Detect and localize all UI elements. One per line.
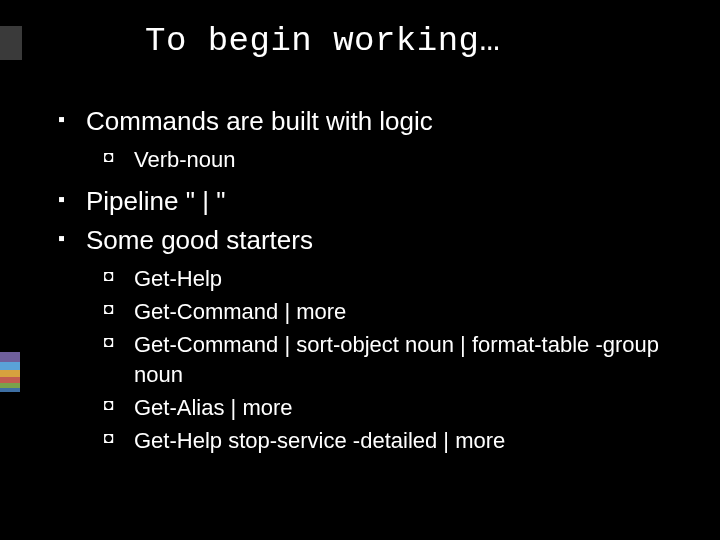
bullet-text: Commands are built with logic [86,106,433,136]
accent-stripe [0,352,20,362]
accent-bar-top [0,26,22,60]
bullet-text: Get-Help stop-service -detailed | more [134,428,505,453]
list-item: Get-Help [104,264,680,295]
list-item: Pipeline " | " [58,184,680,219]
list-item: Get-Command | sort-object noun | format-… [104,330,680,392]
bullet-list: Commands are built with logic Verb-noun … [58,104,680,457]
bullet-text: Get-Command | more [134,299,346,324]
list-item: Some good starters Get-Help Get-Command … [58,223,680,457]
list-item: Commands are built with logic Verb-noun [58,104,680,176]
accent-stripe [0,362,20,370]
sub-list: Get-Help Get-Command | more Get-Command … [86,264,680,457]
bullet-text: Get-Help [134,266,222,291]
list-item: Get-Help stop-service -detailed | more [104,426,680,457]
slide-title: To begin working… [0,0,720,60]
bullet-text: Some good starters [86,225,313,255]
list-item: Get-Command | more [104,297,680,328]
accent-bar-colors [0,352,20,392]
list-item: Verb-noun [104,145,680,176]
bullet-text: Verb-noun [134,147,236,172]
slide-body: Commands are built with logic Verb-noun … [0,60,720,457]
accent-stripe [0,388,20,392]
sub-list: Verb-noun [86,145,680,176]
bullet-text: Get-Alias | more [134,395,293,420]
bullet-text: Pipeline " | " [86,186,225,216]
bullet-text: Get-Command | sort-object noun | format-… [134,332,659,388]
accent-stripe [0,370,20,377]
list-item: Get-Alias | more [104,393,680,424]
slide: To begin working… Commands are built wit… [0,0,720,540]
